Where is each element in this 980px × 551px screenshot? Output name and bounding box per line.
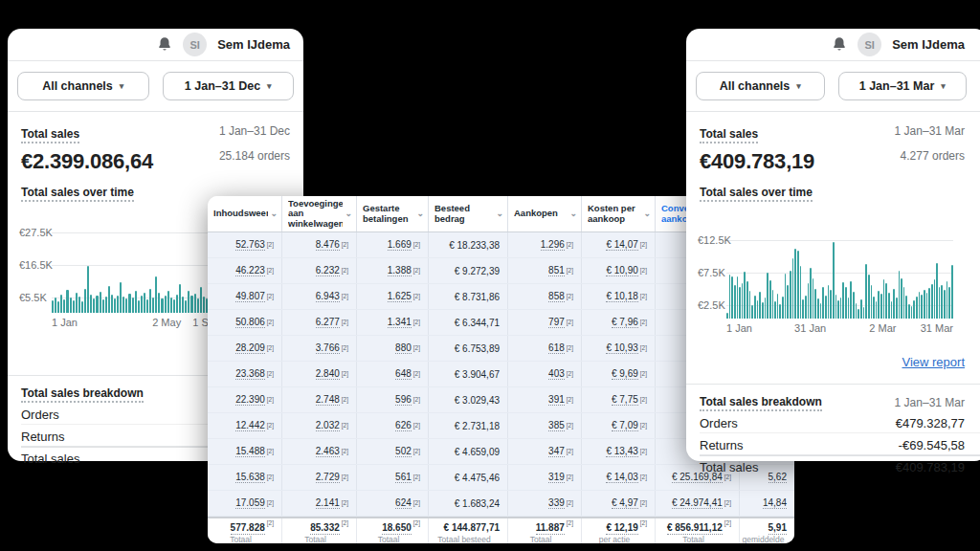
cell-value[interactable]: 561 <box>395 472 412 484</box>
table-cell[interactable]: € 7,96[2] <box>582 310 656 335</box>
cell-value[interactable]: 347 <box>548 446 565 458</box>
cell-value[interactable]: € 14,07 <box>606 239 637 252</box>
table-cell[interactable]: € 24.974,41[2] <box>656 491 740 516</box>
table-cell[interactable]: 22.390[2] <box>208 387 282 412</box>
cell-value[interactable]: € 4,97 <box>612 497 638 510</box>
cell-value[interactable]: € 9.272,39 <box>455 266 500 276</box>
notification-bell-icon[interactable] <box>832 36 847 53</box>
cell-value[interactable]: € 6.344,71 <box>455 318 500 328</box>
total-sales-label[interactable]: Total sales <box>700 128 758 143</box>
cell-value[interactable]: 319 <box>548 472 565 484</box>
cell-value[interactable]: 858 <box>548 291 565 303</box>
table-cell[interactable]: € 6.344,71 <box>429 310 508 335</box>
table-cell[interactable]: 880[2] <box>357 336 429 361</box>
sort-chevron-icon[interactable]: ⌄ <box>494 209 503 219</box>
table-cell[interactable]: € 14,07[2] <box>582 232 656 257</box>
breakdown-row-total[interactable]: Total sales€409.783,19 <box>700 455 980 478</box>
table-cell[interactable]: 797[2] <box>508 310 582 335</box>
breakdown-title[interactable]: Total sales breakdown <box>21 387 144 403</box>
cell-value[interactable]: 339 <box>548 497 565 510</box>
table-cell[interactable]: 502[2] <box>357 439 429 464</box>
cell-value[interactable]: € 10,90 <box>606 265 637 277</box>
cell-value[interactable]: 6.277 <box>316 317 340 329</box>
table-cell[interactable]: 624[2] <box>357 491 429 516</box>
cell-value[interactable]: € 3.029,43 <box>455 395 500 406</box>
cell-value[interactable]: € 3.904,67 <box>455 369 500 380</box>
table-cell[interactable]: 1.669[2] <box>357 232 429 257</box>
view-report-link[interactable]: View report <box>902 355 965 369</box>
date-range-button[interactable]: 1 Jan–31 Mar ▾ <box>838 72 968 100</box>
table-cell[interactable]: 618[2] <box>508 336 582 361</box>
table-cell[interactable]: € 13,43[2] <box>582 439 656 464</box>
table-cell[interactable]: € 3.029,43 <box>429 387 508 412</box>
table-cell[interactable]: € 7,09[2] <box>582 413 656 438</box>
sales-over-time-chart[interactable]: €12.5K€7.5K€2.5K1 Jan31 Jan2 Mar31 Mar <box>686 206 980 340</box>
cell-value[interactable]: € 7,96 <box>612 317 638 329</box>
cell-value[interactable]: € 13,43 <box>606 446 637 458</box>
table-cell[interactable]: € 4.475,46 <box>429 465 508 490</box>
totals-cell[interactable]: 11.887[2]Totaal <box>508 518 582 543</box>
sales-over-time-label[interactable]: Total sales over time <box>21 187 134 202</box>
table-cell[interactable]: 2.729[2] <box>282 465 357 490</box>
table-cell[interactable]: 596[2] <box>357 387 429 412</box>
cell-value[interactable]: 1.296 <box>541 239 565 252</box>
cell-value[interactable]: € 14,03 <box>606 472 637 484</box>
table-cell[interactable]: 17.059[2] <box>208 491 282 516</box>
table-cell[interactable]: 648[2] <box>357 362 429 386</box>
channels-filter-button[interactable]: All channels ▾ <box>696 72 825 100</box>
cell-value[interactable]: € 1.683,24 <box>455 498 500 509</box>
cell-value[interactable]: 797 <box>548 317 565 329</box>
cell-value[interactable]: 1.341 <box>388 317 412 329</box>
cell-value[interactable]: 502 <box>395 446 412 458</box>
table-cell[interactable]: 1.341[2] <box>357 310 429 335</box>
cell-value[interactable]: 50.806 <box>235 317 265 329</box>
table-cell[interactable]: 1.296[2] <box>508 232 582 257</box>
table-cell[interactable]: € 18.233,38 <box>429 232 508 257</box>
cell-value[interactable]: 22.390 <box>235 394 265 407</box>
totals-cell[interactable]: € 12,19[2]per actie <box>582 518 656 543</box>
table-cell[interactable]: € 8.731,86 <box>429 284 508 309</box>
table-cell[interactable]: € 1.683,24 <box>429 491 508 516</box>
table-cell[interactable]: 28.209[2] <box>208 336 282 361</box>
table-cell[interactable]: 2.748[2] <box>282 387 357 412</box>
sales-over-time-label[interactable]: Total sales over time <box>700 187 813 202</box>
cell-value[interactable]: 618 <box>548 342 565 355</box>
cell-value[interactable]: 28.209 <box>235 342 265 355</box>
table-cell[interactable]: 347[2] <box>508 439 582 464</box>
table-cell[interactable]: € 6.753,89 <box>429 336 508 361</box>
table-cell[interactable]: 626[2] <box>357 413 429 438</box>
table-cell[interactable]: € 14,03[2] <box>582 465 656 490</box>
cell-value[interactable]: 2.748 <box>316 394 340 407</box>
totals-cell[interactable]: 85.332[2]Totaal <box>282 518 357 543</box>
table-cell[interactable]: € 9.272,39 <box>429 258 508 283</box>
table-cell[interactable]: 12.442[2] <box>208 413 282 438</box>
cell-value[interactable]: 6.943 <box>316 291 340 303</box>
cell-value[interactable]: 596 <box>395 394 412 407</box>
table-cell[interactable]: € 9,69[2] <box>582 362 656 386</box>
table-cell[interactable]: 2.032[2] <box>282 413 357 438</box>
table-cell[interactable]: 561[2] <box>357 465 429 490</box>
table-cell[interactable]: € 4,97[2] <box>582 491 656 516</box>
totals-cell[interactable]: 5,91gemiddelde <box>740 518 794 543</box>
cell-value[interactable]: 3.766 <box>316 342 340 355</box>
totals-cell[interactable]: € 856.911,12[2]Totaal <box>656 518 740 543</box>
cell-value[interactable]: 2.729 <box>316 472 340 484</box>
breakdown-row-orders[interactable]: Orders€479.328,77 <box>700 413 980 433</box>
cell-value[interactable]: 2.032 <box>316 420 340 432</box>
cell-value[interactable]: 403 <box>548 368 565 381</box>
table-cell[interactable]: € 4.659,09 <box>429 439 508 464</box>
table-cell[interactable]: 46.223[2] <box>208 258 282 283</box>
sort-chevron-icon[interactable]: ⌄ <box>414 209 424 219</box>
table-cell[interactable]: 1.625[2] <box>357 284 429 309</box>
table-cell[interactable]: € 3.904,67 <box>429 362 508 386</box>
column-header-2[interactable]: Toevoegingen aan winkelwagentje⌄ <box>282 196 357 231</box>
table-cell[interactable]: 23.368[2] <box>208 362 282 386</box>
sort-chevron-icon[interactable]: ⌄ <box>568 209 577 219</box>
table-cell[interactable]: 2.840[2] <box>282 362 357 386</box>
totals-cell[interactable]: 18.650[2]Totaal <box>357 518 429 543</box>
cell-value[interactable]: 8.476 <box>316 239 340 252</box>
cell-value[interactable]: 23.368 <box>235 368 265 381</box>
column-header-1[interactable]: Inhoudsweergaven⌄ <box>208 196 282 231</box>
table-cell[interactable]: 52.763[2] <box>208 232 282 257</box>
table-cell[interactable]: 851[2] <box>508 258 582 283</box>
